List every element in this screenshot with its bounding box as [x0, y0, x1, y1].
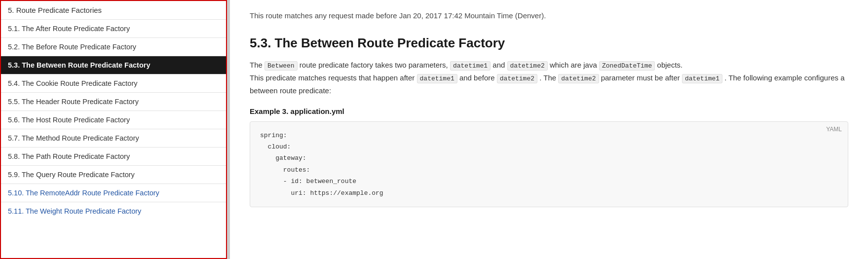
code-between: Between [264, 61, 298, 71]
body-text-p2-mid3: parameter must be after [599, 74, 682, 82]
sidebar-item-5-11[interactable]: 5.11. The Weight Route Predicate Factory [1, 202, 226, 220]
body-text-p2-mid2: . The [537, 74, 558, 82]
main-content: This route matches any request made befo… [230, 0, 868, 259]
sidebar-item-5-2[interactable]: 5.2. The Before Route Predicate Factory [1, 37, 226, 56]
section-title: 5.3. The Between Route Predicate Factory [250, 36, 848, 51]
body-text-mid1: route predicate factory takes two parame… [298, 61, 450, 69]
code-line-3: gateway: [260, 154, 306, 162]
code-line-1: spring: [260, 132, 287, 139]
sidebar-item-5-8[interactable]: 5.8. The Path Route Predicate Factory [1, 147, 226, 165]
code-lang: YAML [826, 126, 842, 133]
code-block: spring: cloud: gateway: routes: - id: be… [260, 130, 838, 199]
code-datetime2-3: datetime2 [558, 74, 599, 83]
sidebar-item-5-7[interactable]: 5.7. The Method Route Predicate Factory [1, 129, 226, 147]
sidebar-item-5-3[interactable]: 5.3. The Between Route Predicate Factory [1, 56, 226, 74]
code-zoneddatetime: ZonedDateTime [599, 61, 655, 71]
body-text-mid3: which are java [548, 61, 599, 69]
example-label: Example 3. application.yml [250, 107, 848, 115]
sidebar-item-5-9[interactable]: 5.9. The Query Route Predicate Factory [1, 165, 226, 184]
body-text-p2-mid1: and before [457, 74, 497, 82]
body-text-before-between: The [250, 61, 264, 69]
body-paragraph-1: The Between route predicate factory take… [250, 59, 848, 97]
code-line-2: cloud: [260, 143, 291, 150]
code-block-wrapper: YAML spring: cloud: gateway: routes: - i… [250, 121, 848, 207]
code-datetime1-3: datetime1 [682, 74, 722, 83]
code-datetime1-1: datetime1 [450, 61, 491, 71]
body-text-end: objects. [655, 61, 682, 69]
sidebar-item-5-1[interactable]: 5.1. The After Route Predicate Factory [1, 19, 226, 37]
sidebar-header: 5. Route Predicate Factories [1, 1, 226, 19]
sidebar-item-5-10[interactable]: 5.10. The RemoteAddr Route Predicate Fac… [1, 184, 226, 202]
code-line-5: - id: between_route [260, 178, 356, 185]
sidebar-item-5-6[interactable]: 5.6. The Host Route Predicate Factory [1, 111, 226, 129]
code-line-4: routes: [260, 166, 310, 174]
sidebar: 5. Route Predicate Factories 5.1. The Af… [0, 0, 227, 259]
sidebar-item-5-5[interactable]: 5.5. The Header Route Predicate Factory [1, 92, 226, 111]
code-datetime2-2: datetime2 [497, 74, 537, 83]
code-line-6: uri: https://example.org [260, 189, 383, 197]
body-text-p2-before: This predicate matches requests that hap… [250, 74, 417, 82]
intro-text: This route matches any request made befo… [250, 10, 848, 22]
code-datetime2-1: datetime2 [507, 61, 548, 71]
body-text-mid2: and [491, 61, 507, 69]
code-datetime1-2: datetime1 [417, 74, 457, 83]
sidebar-item-5-4[interactable]: 5.4. The Cookie Route Predicate Factory [1, 74, 226, 92]
